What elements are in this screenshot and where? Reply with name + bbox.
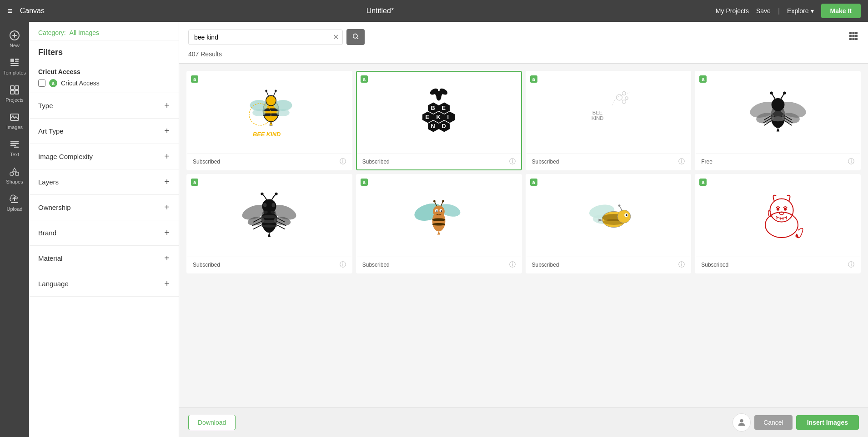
filter-section-type[interactable]: Type +	[29, 93, 179, 119]
image-card-footer-3: Subscribed ⓘ	[527, 154, 691, 169]
card-info-icon-4[interactable]: ⓘ	[848, 158, 854, 166]
search-input[interactable]	[192, 30, 333, 45]
card-info-icon-2[interactable]: ⓘ	[509, 158, 516, 166]
svg-rect-23	[855, 38, 858, 40]
bee-kind-colorful-svg: BEE KIND	[233, 83, 306, 142]
card-info-icon-1[interactable]: ⓘ	[340, 158, 346, 166]
filter-section-ownership[interactable]: Ownership +	[29, 195, 179, 220]
image-card-img-7	[527, 175, 691, 257]
svg-point-140	[740, 419, 743, 422]
make-it-button[interactable]: Make It	[821, 4, 861, 18]
svg-rect-19	[853, 35, 855, 37]
image-card-img-5	[187, 175, 351, 257]
filter-expand-ownership[interactable]: +	[164, 202, 170, 213]
access-badge-3: a	[530, 75, 537, 83]
filter-section-image-complexity[interactable]: Image Complexity +	[29, 144, 179, 169]
image-card-2[interactable]: a B E	[356, 71, 522, 170]
filter-section-layers[interactable]: Layers +	[29, 169, 179, 195]
sidebar-item-projects[interactable]: Projects	[0, 80, 29, 107]
filter-section-brand[interactable]: Brand +	[29, 220, 179, 246]
sidebar-item-upload[interactable]: Upload	[0, 189, 29, 216]
sidebar-item-templates[interactable]: Templates	[0, 53, 29, 80]
filter-expand-type[interactable]: +	[164, 100, 170, 111]
image-card-footer-4: Free ⓘ	[696, 154, 860, 169]
card-status-4: Free	[701, 159, 712, 165]
shapes-icon	[9, 166, 20, 177]
cricut-access-title: Cricut Access	[38, 68, 170, 75]
download-button[interactable]: Download	[188, 415, 236, 430]
card-status-1: Subscribed	[193, 159, 220, 165]
svg-point-96	[275, 193, 278, 195]
sidebar-item-new[interactable]: New	[0, 25, 29, 53]
person-icon	[733, 413, 751, 432]
user-avatar-icon	[737, 417, 747, 427]
filter-expand-material[interactable]: +	[164, 253, 170, 263]
svg-point-117	[442, 200, 444, 203]
image-card-3[interactable]: a BEE KIND	[526, 71, 692, 170]
card-info-icon-6[interactable]: ⓘ	[509, 261, 516, 269]
card-info-icon-8[interactable]: ⓘ	[848, 261, 854, 269]
image-grid-container[interactable]: a	[179, 64, 868, 407]
upload-icon	[9, 194, 20, 204]
image-card-1[interactable]: a	[186, 71, 352, 170]
image-card-5[interactable]: a	[186, 174, 352, 273]
cricut-badge: a	[49, 79, 57, 87]
svg-text:E: E	[426, 114, 430, 120]
filters-title: Filters	[29, 48, 179, 63]
image-card-7[interactable]: a	[526, 174, 692, 273]
image-card-img-2: B E E K I N	[357, 72, 521, 154]
filter-section-art-type[interactable]: Art Type +	[29, 119, 179, 144]
sidebar-item-shapes[interactable]: Shapes	[0, 162, 29, 189]
svg-rect-107	[432, 218, 446, 221]
image-card-footer-5: Subscribed ⓘ	[187, 257, 351, 273]
image-card-img-6	[357, 175, 521, 257]
card-info-icon-5[interactable]: ⓘ	[340, 261, 346, 269]
svg-marker-51	[444, 112, 455, 123]
grid-toggle-button[interactable]	[848, 30, 859, 44]
my-projects-link[interactable]: My Projects	[716, 7, 749, 15]
filter-expand-art-type[interactable]: +	[164, 126, 170, 136]
image-card-4[interactable]: a	[695, 71, 861, 170]
topbar-right: My Projects Save | Explore ▾ Make It	[716, 4, 861, 18]
svg-point-74	[783, 92, 786, 94]
search-bar-area: ✕	[179, 22, 868, 64]
image-card-8[interactable]: a	[695, 174, 861, 273]
cricut-access-checkbox-label[interactable]: a Cricut Access	[38, 79, 170, 87]
bee-detailed-black-svg	[233, 184, 306, 248]
svg-point-113	[441, 210, 442, 212]
image-card-6[interactable]: a	[356, 174, 522, 273]
search-input-wrapper: ✕	[188, 30, 343, 45]
access-badge-1: a	[191, 75, 198, 83]
card-info-icon-7[interactable]: ⓘ	[678, 261, 685, 269]
svg-rect-22	[853, 38, 855, 40]
image-card-img-1: BEE KIND	[187, 72, 351, 154]
topbar-divider: |	[778, 7, 780, 15]
card-info-icon-3[interactable]: ⓘ	[678, 158, 685, 166]
svg-rect-7	[15, 86, 19, 89]
explore-dropdown[interactable]: Explore ▾	[787, 7, 813, 15]
svg-text:BEE KIND: BEE KIND	[253, 131, 281, 138]
filter-expand-layers[interactable]: +	[164, 177, 170, 187]
filter-expand-language[interactable]: +	[164, 278, 170, 289]
insert-images-button[interactable]: Insert Images	[796, 415, 859, 430]
cricut-access-checkbox[interactable]	[38, 79, 45, 87]
search-button[interactable]	[346, 29, 365, 45]
cancel-button[interactable]: Cancel	[754, 415, 793, 430]
filter-section-language[interactable]: Language +	[29, 271, 179, 297]
image-card-footer-1: Subscribed ⓘ	[187, 154, 351, 169]
svg-rect-9	[15, 90, 19, 94]
sidebar-item-images[interactable]: Images	[0, 107, 29, 134]
menu-icon[interactable]: ≡	[7, 6, 13, 16]
filter-expand-image-complexity[interactable]: +	[164, 151, 170, 162]
svg-point-60	[622, 100, 626, 104]
card-status-5: Subscribed	[193, 262, 220, 268]
svg-point-112	[437, 210, 438, 212]
search-clear-icon[interactable]: ✕	[333, 33, 339, 41]
filter-expand-brand[interactable]: +	[164, 228, 170, 238]
filter-section-material[interactable]: Material +	[29, 246, 179, 271]
svg-point-95	[261, 193, 264, 195]
svg-rect-6	[10, 86, 14, 89]
bee-kind-hex-svg: B E E K I N	[402, 83, 475, 142]
save-button[interactable]: Save	[756, 7, 771, 15]
sidebar-item-text[interactable]: Text	[0, 134, 29, 162]
